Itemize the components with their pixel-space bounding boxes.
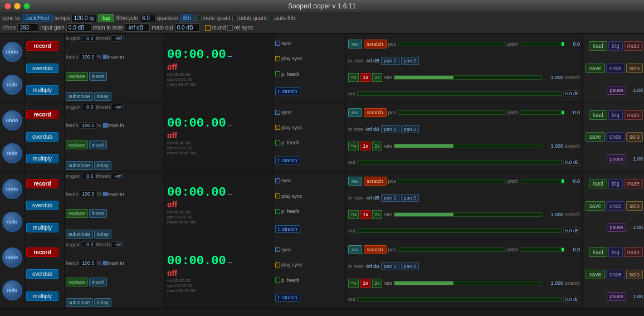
pan1-btn-4[interactable]: pan 1 [381, 262, 399, 270]
p-feedb-sq-1[interactable] [275, 71, 280, 76]
mute-btn-4[interactable]: mute [624, 247, 643, 257]
p-feedb-cb-4[interactable]: p. feedb [275, 278, 344, 283]
solo-btn-2[interactable]: solo [626, 132, 643, 142]
scratch-btn-3[interactable]: scratch [364, 177, 387, 186]
solo-btn-4[interactable]: solo [626, 270, 643, 279]
t-stretch-btn-1[interactable]: t. stretch [275, 87, 300, 95]
main-in-checkbox-1[interactable] [103, 55, 108, 59]
substitute-btn-4[interactable]: substitute [66, 298, 93, 307]
2x-btn-2[interactable]: 2x [372, 142, 382, 150]
undo-btn-3[interactable]: undo [2, 179, 22, 199]
p-feedb-cb-2[interactable]: p. feedb [275, 140, 344, 145]
play-sync-sq-1[interactable] [275, 56, 280, 61]
replace-btn-2[interactable]: replace [66, 140, 88, 149]
save-btn-3[interactable]: save [586, 201, 605, 211]
scratch-btn-1[interactable]: scratch [364, 40, 387, 48]
save-btn-4[interactable]: save [586, 270, 605, 279]
pan2-btn-3[interactable]: pan 2 [401, 194, 419, 202]
insert-btn-1[interactable]: insert [89, 72, 107, 81]
delay-btn-2[interactable]: delay [94, 161, 112, 170]
t-stretch-btn-2[interactable]: t. stretch [275, 157, 300, 164]
pan2-btn-4[interactable]: pan 2 [401, 262, 419, 270]
delay-btn-3[interactable]: delay [94, 230, 112, 239]
p-feedb-cb-3[interactable]: p. feedb [275, 208, 344, 214]
delay-btn-4[interactable]: delay [94, 298, 112, 307]
play-sync-sq-4[interactable] [275, 262, 280, 268]
solo-btn-1[interactable]: solo [626, 64, 643, 73]
out-val-4[interactable] [563, 296, 580, 303]
quantize-button[interactable]: 8th [180, 14, 194, 22]
multiply-btn-1[interactable]: multiply [26, 85, 58, 95]
rel-sync-label[interactable]: rel sync [227, 25, 253, 31]
auto-8th-label[interactable]: auto 8th [269, 15, 295, 21]
main-out-input[interactable] [175, 23, 200, 32]
p-feedb-cb-1[interactable]: p. feedb [275, 71, 344, 77]
sync-cb-3[interactable]: sync [275, 178, 344, 183]
once-btn-3[interactable]: once [606, 201, 625, 211]
main-in-cb-1[interactable]: main in [103, 54, 124, 60]
half-btn-1[interactable]: ½x [348, 73, 359, 82]
rev-btn-4[interactable]: rev [348, 245, 362, 254]
insert-btn-2[interactable]: insert [89, 140, 107, 149]
mute-quant-checkbox[interactable] [196, 16, 202, 21]
once-btn-4[interactable]: once [606, 270, 625, 279]
insert-btn-3[interactable]: insert [89, 209, 107, 218]
pan2-btn-2[interactable]: pan 2 [401, 125, 419, 133]
load-btn-4[interactable]: load [589, 247, 607, 257]
sync-sq-1[interactable] [275, 41, 280, 46]
rev-btn-3[interactable]: rev [348, 177, 362, 186]
p-feedb-sq-2[interactable] [275, 140, 280, 145]
cycle-input[interactable] [140, 14, 155, 22]
undo-btn-2[interactable]: undo [2, 110, 22, 130]
mute-btn-3[interactable]: mute [624, 179, 643, 188]
trig-btn-4[interactable]: trig [608, 247, 623, 257]
trig-btn-2[interactable]: trig [608, 110, 623, 120]
replace-btn-4[interactable]: replace [66, 278, 88, 286]
replace-btn-3[interactable]: replace [66, 209, 88, 218]
1x-btn-2[interactable]: 1x [360, 142, 370, 150]
main-in-cb-2[interactable]: main in [103, 123, 124, 128]
rev-btn-1[interactable]: rev [348, 40, 362, 48]
input-gain-input[interactable] [66, 23, 91, 32]
p-feedb-sq-3[interactable] [275, 209, 280, 214]
1x-btn-3[interactable]: 1x [360, 210, 370, 219]
scratch-btn-2[interactable]: scratch [364, 108, 387, 117]
multiply-btn-2[interactable]: multiply [26, 154, 58, 163]
redo-btn-3[interactable]: redo [2, 212, 22, 232]
1x-btn-1[interactable]: 1x [360, 73, 370, 82]
substitute-btn-2[interactable]: substitute [66, 161, 93, 170]
2x-btn-1[interactable]: 2x [372, 73, 382, 82]
odub-quant-label[interactable]: odub quant [232, 15, 267, 21]
main-in-mon-input[interactable] [125, 23, 150, 32]
tempo-input[interactable] [71, 14, 96, 22]
delay-btn-1[interactable]: delay [94, 92, 112, 101]
main-in-checkbox-2[interactable] [103, 123, 108, 128]
t-stretch-btn-3[interactable]: t. stretch [275, 225, 300, 233]
play-sync-cb-1[interactable]: play sync [275, 56, 344, 61]
t-stretch-btn-4[interactable]: t. stretch [275, 294, 300, 302]
record-btn-2[interactable]: record [26, 110, 58, 119]
once-btn-1[interactable]: once [606, 64, 625, 73]
redo-btn-4[interactable]: redo [2, 280, 22, 300]
pan1-btn-1[interactable]: pan 1 [381, 57, 399, 65]
once-btn-2[interactable]: once [606, 132, 625, 142]
out-val-2[interactable] [563, 159, 580, 166]
overdub-btn-3[interactable]: overdub [26, 201, 58, 210]
pan1-btn-2[interactable]: pan 1 [381, 125, 399, 133]
redo-btn-2[interactable]: redo [2, 143, 22, 163]
out-val-1[interactable] [563, 90, 580, 97]
record-btn-1[interactable]: record [26, 41, 58, 51]
pause-btn-1[interactable]: pause [607, 86, 626, 95]
rel-sync-checkbox[interactable] [227, 25, 233, 31]
record-btn-3[interactable]: record [26, 179, 58, 188]
pause-btn-3[interactable]: pause [607, 223, 626, 232]
load-btn-1[interactable]: load [589, 41, 607, 51]
mute-btn-2[interactable]: mute [624, 110, 643, 120]
xfade-input[interactable] [17, 23, 38, 32]
insert-btn-4[interactable]: insert [89, 278, 107, 286]
sync-cb-2[interactable]: sync [275, 109, 344, 115]
p-feedb-sq-4[interactable] [275, 278, 280, 283]
sync-to-button[interactable]: Jack/Host [22, 14, 53, 22]
main-in-checkbox-4[interactable] [103, 261, 108, 265]
scratch-btn-4[interactable]: scratch [364, 245, 387, 254]
